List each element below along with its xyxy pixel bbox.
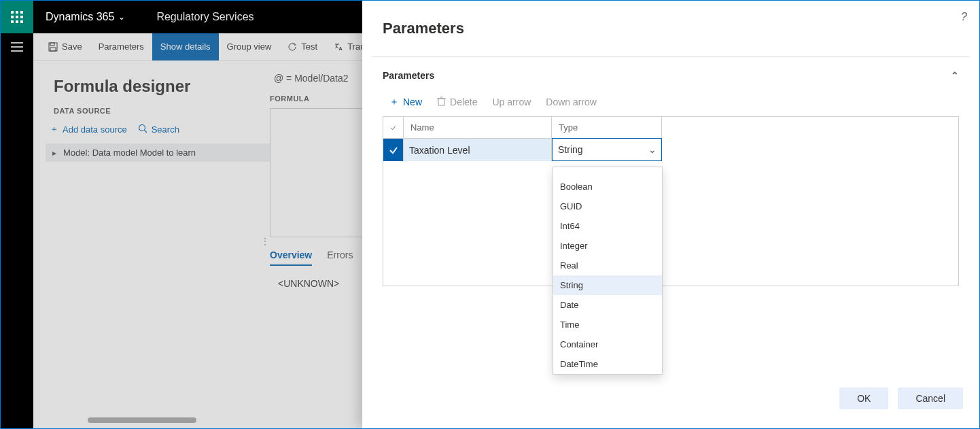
plus-icon: ＋ <box>389 96 399 108</box>
type-option-guid[interactable]: GUID <box>553 196 662 216</box>
parameters-section: Parameters ⌃ ＋ New Delete Up arrow Down … <box>383 67 959 286</box>
row-name-value: Taxation Level <box>409 145 470 156</box>
grid-header-select[interactable] <box>383 117 404 138</box>
brand-switcher[interactable]: Dynamics 365 ⌄ <box>33 11 137 23</box>
new-button[interactable]: ＋ New <box>389 96 422 108</box>
flyout-footer: OK Cancel <box>839 388 963 409</box>
section-toolbar: ＋ New Delete Up arrow Down arrow <box>383 92 959 116</box>
svg-rect-3 <box>11 16 14 18</box>
svg-rect-8 <box>20 20 23 23</box>
down-arrow-label: Down arrow <box>546 97 597 107</box>
parameters-grid: Name Type Taxation Level String ⌄ <box>383 116 959 286</box>
ok-button[interactable]: OK <box>839 388 888 409</box>
down-arrow-button[interactable]: Down arrow <box>546 96 597 108</box>
svg-rect-5 <box>20 16 23 18</box>
row-type-value: String <box>553 144 644 155</box>
section-title: Parameters <box>383 70 434 81</box>
row-name-cell[interactable]: Taxation Level <box>404 138 552 161</box>
grid-header-type[interactable]: Type <box>552 117 662 138</box>
chevron-down-icon: ⌄ <box>644 144 661 155</box>
up-arrow-label: Up arrow <box>492 97 531 107</box>
delete-button[interactable]: Delete <box>437 96 477 108</box>
chevron-down-icon: ⌄ <box>118 12 125 22</box>
parameters-flyout: ? Parameters Parameters ⌃ ＋ New Delete U… <box>362 1 979 428</box>
section-header[interactable]: Parameters ⌃ <box>383 67 959 92</box>
grid-row[interactable]: Taxation Level String ⌄ <box>383 138 958 161</box>
grid-header-row: Name Type <box>383 117 958 138</box>
left-nav-rail <box>1 33 33 428</box>
flyout-title: Parameters <box>383 20 464 37</box>
type-option-date[interactable]: Date <box>553 295 662 315</box>
app-launcher-button[interactable] <box>1 1 33 33</box>
row-selected-indicator[interactable] <box>383 138 404 161</box>
type-option-boolean[interactable]: Boolean <box>553 177 662 196</box>
new-label: New <box>403 97 422 107</box>
type-dropdown[interactable]: Boolean GUID Int64 Integer Real String D… <box>553 167 663 375</box>
type-option-integer[interactable]: Integer <box>553 236 662 256</box>
brand-label: Dynamics 365 <box>46 11 114 23</box>
svg-rect-6 <box>11 20 14 23</box>
svg-rect-0 <box>11 11 14 14</box>
type-option-real[interactable]: Real <box>553 256 662 275</box>
delete-label: Delete <box>450 97 477 107</box>
svg-rect-2 <box>20 11 23 14</box>
divider <box>372 56 970 57</box>
module-title: Regulatory Services <box>137 11 273 23</box>
type-option-string[interactable]: String <box>553 275 662 295</box>
hamburger-button[interactable] <box>1 33 33 61</box>
type-option-int64[interactable]: Int64 <box>553 216 662 236</box>
svg-rect-17 <box>438 99 444 105</box>
chevron-up-icon: ⌃ <box>951 70 959 81</box>
svg-rect-7 <box>16 20 18 23</box>
row-type-cell[interactable]: String ⌄ <box>552 138 662 161</box>
dropdown-spacer <box>553 167 662 177</box>
type-option-datetime[interactable]: DateTime <box>553 354 662 374</box>
waffle-icon <box>11 11 23 23</box>
grid-header-name[interactable]: Name <box>404 117 552 138</box>
help-icon[interactable]: ? <box>961 11 967 23</box>
svg-rect-4 <box>16 16 18 18</box>
check-icon <box>390 123 396 133</box>
hamburger-icon <box>11 42 23 52</box>
cancel-button[interactable]: Cancel <box>898 388 963 409</box>
trash-icon <box>437 97 446 108</box>
svg-rect-1 <box>16 11 18 14</box>
type-option-time[interactable]: Time <box>553 315 662 334</box>
modal-scrim <box>33 33 362 428</box>
up-arrow-button[interactable]: Up arrow <box>492 96 531 108</box>
type-option-container[interactable]: Container <box>553 334 662 354</box>
check-icon <box>389 145 398 155</box>
